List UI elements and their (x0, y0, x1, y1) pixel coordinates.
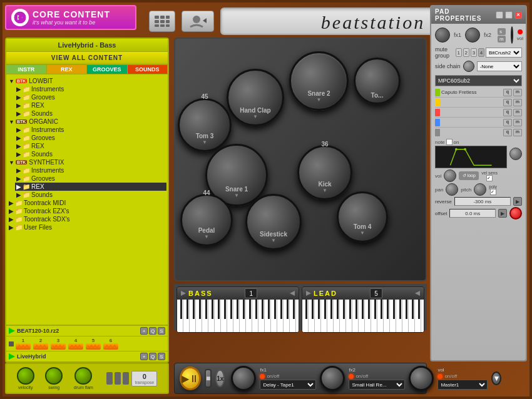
layer-m-btn-5[interactable]: m (513, 129, 522, 136)
close-button[interactable]: ✕ (514, 11, 522, 19)
note-checkbox[interactable] (446, 139, 453, 145)
track-q-btn[interactable]: Q (149, 327, 156, 335)
left-arrow-icon-2[interactable] (306, 291, 311, 296)
pad-tom4[interactable]: Tom 4 ▼ (337, 191, 388, 243)
grid-button[interactable] (149, 11, 175, 32)
bitcrush-select[interactable]: BitCrush2 (486, 48, 522, 58)
tree-item-synthetix-instruments[interactable]: ▶ 📁 Instruments (15, 166, 166, 174)
fx2-knob[interactable] (320, 366, 345, 391)
vol-dropdown[interactable]: Master1 (437, 380, 488, 390)
mute-btn-1[interactable]: 1 (456, 48, 462, 57)
vol-led[interactable] (437, 374, 442, 379)
track-q-btn-2[interactable]: Q (149, 353, 156, 360)
minimize-button[interactable]: _ (496, 11, 503, 19)
tree-item-lowbit-grooves[interactable]: ▶ 📁 Grooves (15, 93, 166, 101)
layer-q-btn-3[interactable]: q (503, 109, 512, 116)
tree-item-organic-instruments[interactable]: ▶ 📁 Instruments (15, 126, 166, 134)
right-arrow-icon[interactable] (290, 291, 295, 296)
tree-item-organic[interactable]: ▼ BTK ORGANIC (8, 118, 166, 126)
multiplier-button[interactable]: 1x (215, 370, 225, 387)
s-button[interactable]: s (498, 28, 506, 35)
play-pause-button[interactable]: ▶⏸ (180, 366, 201, 390)
tab-sounds[interactable]: SOUNDS (128, 65, 168, 74)
fx1-dropdown[interactable]: Delay - Tape1 (260, 380, 316, 390)
layer-q-btn-5[interactable]: q (503, 129, 512, 136)
track-add-btn[interactable]: + (140, 327, 148, 335)
fx2-prop-knob[interactable] (465, 28, 480, 43)
track-s-btn[interactable]: S (158, 327, 165, 335)
play-icon-2[interactable] (9, 353, 15, 360)
vol-knob[interactable] (409, 366, 434, 391)
pad-tom3[interactable]: 45 Tom 3 ▼ (178, 98, 232, 152)
tree-item-synthetix-grooves[interactable]: ▶ 📁 Grooves (15, 174, 166, 183)
poly-check[interactable]: ✓ (490, 189, 496, 195)
tree-item-user-files[interactable]: ▶ 📁 User Files (8, 223, 166, 231)
side-chain-knob[interactable] (463, 61, 474, 72)
fx2-dropdown[interactable]: Small Hall Re... (349, 380, 405, 390)
tree-item-organic-sounds[interactable]: ▶ 📁 Sounds (15, 150, 166, 158)
tree-item-organic-rex[interactable]: ▶ 📁 REX (15, 142, 166, 150)
track-s-btn-2[interactable]: S (158, 353, 165, 360)
pad-sidestick[interactable]: Sidestick ▼ (245, 194, 302, 250)
track-add-btn-2[interactable]: + (140, 353, 148, 360)
pad-pedal[interactable]: 44 Pedal ▼ (180, 194, 233, 246)
pad-to[interactable]: To... (354, 58, 401, 104)
pan-knob[interactable] (446, 183, 458, 196)
tab-grooves[interactable]: GROOVES (87, 65, 128, 74)
none-select[interactable]: -None (477, 61, 522, 71)
drum-flam-knob[interactable] (74, 367, 92, 385)
reverse-arrow[interactable]: ▶ (513, 197, 522, 206)
layer-m-btn-2[interactable]: m (513, 99, 522, 106)
tab-instr[interactable]: INSTR (6, 65, 47, 74)
layer-q-btn-1[interactable]: q (503, 89, 512, 96)
left-arrow-icon[interactable] (181, 291, 186, 296)
m-button[interactable]: m (498, 36, 506, 43)
instrument-select[interactable]: MPC60Sub2 (435, 75, 522, 86)
vol-env-knob[interactable] (444, 169, 456, 182)
tree-item-toontrack-sdx[interactable]: ▶ 📁 Toontrack SDX's (8, 215, 166, 223)
pad-snare2[interactable]: Snare 2 ▼ (289, 51, 349, 111)
lead-piano-keys[interactable] (302, 300, 424, 332)
tree-item-synthetix-rex[interactable]: ▶ 📁 REX (15, 183, 166, 191)
pad-handclap[interactable]: Hand Clap ▼ (227, 69, 284, 126)
view-all-button[interactable]: VIEW ALL CONTENT (6, 52, 168, 65)
tab-rex[interactable]: REX (47, 65, 88, 74)
tree-item-lowbit-instruments[interactable]: ▶ 📁 Instruments (15, 85, 166, 93)
swing-knob[interactable] (45, 367, 63, 385)
loop-button[interactable]: ↺ loop (459, 171, 479, 180)
stop-button[interactable]: ■ (205, 369, 212, 388)
error-button[interactable] (509, 207, 522, 220)
tree-item-toontrack-midi[interactable]: ▶ 📁 Toontrack MIDI (8, 199, 166, 207)
mute-btn-3[interactable]: 3 (471, 48, 477, 57)
fx1-knob[interactable] (231, 366, 256, 391)
reverse-input[interactable]: -300 ms (454, 197, 511, 206)
right-arrow-icon-2[interactable] (415, 291, 420, 296)
tree-area[interactable]: ▼ BTK LOWBIT ▶ 📁 Instruments ▶ 📁 Grooves… (6, 74, 168, 360)
mute-btn-2[interactable]: 2 (463, 48, 469, 57)
layer-m-btn-3[interactable]: m (513, 109, 522, 116)
bass-piano-keys[interactable] (177, 300, 299, 332)
offset-input[interactable]: 0.0 ms (449, 209, 496, 218)
layer-q-btn-2[interactable]: q (503, 99, 512, 106)
pitch-knob[interactable] (474, 183, 486, 196)
pad-kick[interactable]: 36 Kick ▼ (297, 145, 352, 200)
tree-item-organic-grooves[interactable]: ▶ 📁 Grooves (15, 134, 166, 142)
fx1-prop-knob[interactable] (435, 28, 450, 43)
tree-item-lowbit-rex[interactable]: ▶ 📁 REX (15, 101, 166, 109)
maximize-button[interactable]: □ (505, 11, 513, 19)
vol-prop-knob[interactable] (511, 26, 513, 44)
layer-q-btn-4[interactable]: q (503, 119, 512, 126)
layer-m-btn-4[interactable]: m (513, 119, 522, 126)
play-icon[interactable] (9, 328, 15, 334)
tree-item-synthetix-sounds[interactable]: ▶ 📁 Sounds (15, 191, 166, 199)
offset-arrow[interactable]: ▶ (498, 209, 507, 218)
vel-sens-check[interactable]: ✓ (486, 175, 493, 181)
layer-m-btn-1[interactable]: m (513, 89, 522, 96)
fx2-led[interactable] (349, 374, 354, 379)
fx1-led[interactable] (260, 374, 265, 379)
tree-item-synthetix[interactable]: ▼ BTK SYNTHETIX (8, 158, 166, 166)
tree-item-lowbit[interactable]: ▼ BTK LOWBIT (8, 77, 166, 85)
velocity-knob[interactable] (17, 367, 34, 385)
tree-item-toontrack-ezx[interactable]: ▶ 📁 Toontrack EZX's (8, 207, 166, 215)
env-knob[interactable] (509, 148, 522, 160)
